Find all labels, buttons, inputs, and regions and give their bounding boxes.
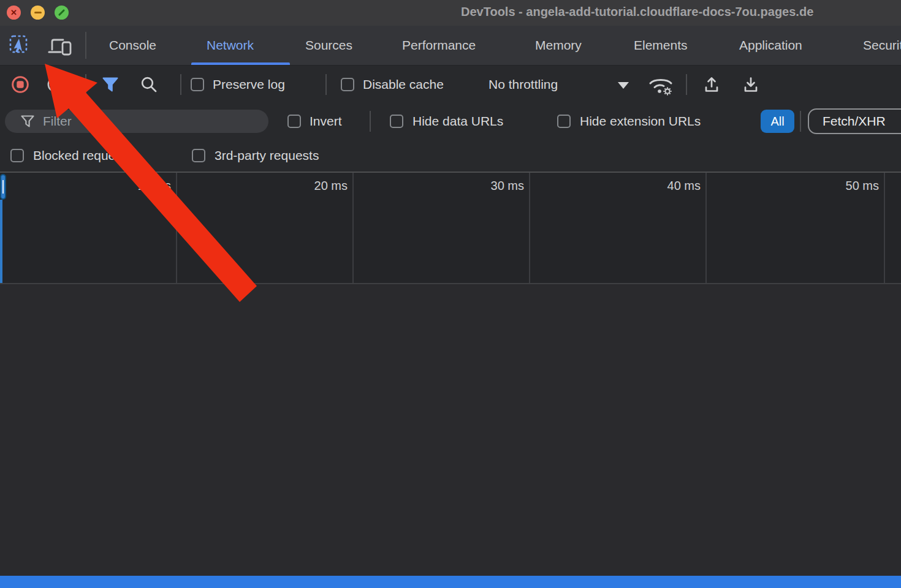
invert-checkbox[interactable] — [287, 115, 301, 128]
overview-selection-line — [0, 200, 2, 283]
invert-label[interactable]: Invert — [310, 103, 342, 140]
import-har-icon[interactable] — [702, 75, 721, 94]
devtools-window: ✕ DevTools - angela-add-tutorial.cloudfl… — [0, 0, 901, 588]
window-titlebar: ✕ DevTools - angela-add-tutorial.cloudfl… — [0, 0, 901, 26]
tab-memory[interactable]: Memory — [535, 26, 582, 65]
device-toolbar-icon[interactable] — [47, 36, 72, 56]
hide-extension-urls-checkbox[interactable] — [557, 115, 571, 128]
disable-cache-checkbox[interactable] — [341, 78, 354, 91]
tab-sources[interactable]: Sources — [305, 26, 352, 65]
devtools-tabbar: Console Network Sources Performance Memo… — [0, 26, 901, 65]
zoom-icon[interactable] — [55, 6, 69, 20]
timeline-tick-label: 30 ms — [450, 179, 524, 193]
hide-extension-urls-label[interactable]: Hide extension URLs — [580, 103, 701, 140]
window-title: DevTools - angela-add-tutorial.cloudflar… — [461, 5, 813, 19]
request-type-chip-all[interactable]: All — [761, 110, 794, 133]
minimize-glyph — [34, 12, 42, 13]
blocked-requests-label[interactable]: Blocked requests — [33, 140, 132, 172]
tab-network[interactable]: Network — [207, 26, 254, 65]
traffic-lights: ✕ — [7, 6, 69, 20]
timeline-gridline — [884, 173, 885, 283]
network-toolbar: Preserve log Disable cache No throttling — [0, 65, 901, 103]
preserve-log-label[interactable]: Preserve log — [213, 66, 285, 104]
timeline-gridline — [529, 173, 530, 283]
timeline-tick-label: 40 ms — [627, 179, 701, 193]
timeline-tick-label: 50 ms — [805, 179, 879, 193]
divider — [325, 74, 327, 95]
tab-performance[interactable]: Performance — [402, 26, 476, 65]
tab-elements[interactable]: Elements — [634, 26, 688, 65]
request-type-chip-fetch-xhr[interactable]: Fetch/XHR — [808, 108, 901, 134]
inspect-element-icon[interactable] — [9, 34, 31, 56]
handle-grip — [2, 180, 4, 194]
disable-cache-label[interactable]: Disable cache — [363, 66, 444, 104]
filter-funnel-icon — [21, 115, 34, 128]
network-overview-timeline[interactable]: 10 ms 20 ms 30 ms 40 ms 50 ms — [0, 172, 901, 284]
background-page-strip — [0, 576, 901, 588]
tab-console[interactable]: Console — [109, 26, 156, 65]
search-icon[interactable] — [140, 75, 158, 94]
filter-input-container — [5, 110, 268, 133]
timeline-tick-label: 20 ms — [274, 179, 348, 193]
throttling-select[interactable]: No throttling — [489, 66, 558, 104]
close-icon[interactable]: ✕ — [7, 6, 21, 20]
timeline-gridline — [352, 173, 354, 283]
filter-toggle-icon[interactable] — [102, 77, 118, 92]
requests-panel-empty: Recordi Perform a request — [0, 284, 901, 576]
tab-security[interactable]: Security — [863, 26, 901, 65]
blocked-requests-checkbox[interactable] — [10, 149, 24, 162]
third-party-requests-label[interactable]: 3rd-party requests — [215, 140, 319, 172]
divider — [800, 111, 801, 132]
hide-data-urls-label[interactable]: Hide data URLs — [412, 103, 503, 140]
divider — [180, 74, 181, 95]
timeline-gridline — [176, 173, 177, 283]
overview-selection-handle[interactable] — [0, 174, 6, 200]
divider — [85, 32, 86, 59]
network-conditions-icon[interactable] — [647, 74, 675, 97]
divider — [370, 111, 371, 132]
divider — [85, 74, 86, 95]
record-stop-icon[interactable] — [11, 75, 29, 94]
hide-data-urls-checkbox[interactable] — [390, 115, 403, 128]
filter-input[interactable] — [43, 114, 257, 129]
network-filter-bar-row2: Blocked requests 3rd-party requests — [0, 140, 901, 172]
export-har-icon[interactable] — [742, 75, 760, 94]
timeline-gridline — [705, 173, 707, 283]
timeline-tick-label: 10 ms — [97, 179, 171, 193]
tab-application[interactable]: Application — [739, 26, 802, 65]
chevron-down-icon[interactable] — [618, 82, 629, 89]
preserve-log-checkbox[interactable] — [191, 78, 204, 91]
zoom-glyph — [58, 9, 65, 16]
clear-icon[interactable] — [47, 76, 64, 93]
divider — [686, 74, 687, 95]
network-filter-bar: Invert Hide data URLs Hide extension URL… — [0, 103, 901, 140]
third-party-requests-checkbox[interactable] — [192, 149, 205, 162]
minimize-icon[interactable] — [31, 6, 45, 20]
